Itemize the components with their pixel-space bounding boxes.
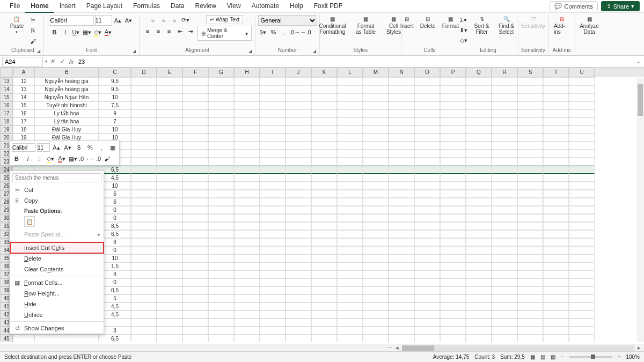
horizontal-scrollbar[interactable]: ⋯ ◂ ▸	[0, 344, 644, 351]
cell[interactable]	[569, 158, 595, 166]
cell[interactable]	[363, 93, 389, 101]
cell[interactable]: 12	[13, 77, 34, 85]
cell[interactable]	[440, 327, 466, 335]
cell[interactable]	[440, 109, 466, 117]
cell[interactable]	[260, 93, 286, 101]
col-header-I[interactable]: I	[260, 68, 286, 77]
cell[interactable]	[182, 311, 208, 319]
cell[interactable]	[389, 182, 414, 190]
cell[interactable]: 9,5	[99, 77, 131, 85]
cut-button[interactable]: ✂	[28, 15, 38, 25]
cell[interactable]	[208, 190, 234, 198]
cell[interactable]	[234, 262, 260, 270]
cell[interactable]	[543, 311, 569, 319]
comma-style-button[interactable]: ,	[280, 27, 289, 37]
cell[interactable]	[182, 294, 208, 302]
cell[interactable]	[389, 198, 414, 206]
cell[interactable]	[311, 174, 337, 182]
cell[interactable]	[286, 101, 311, 109]
cell[interactable]	[492, 85, 517, 93]
cell[interactable]	[157, 182, 182, 190]
cell[interactable]	[208, 198, 234, 206]
cell[interactable]	[363, 246, 389, 254]
cell[interactable]	[131, 117, 157, 125]
cell[interactable]	[389, 222, 414, 230]
col-header-N[interactable]: N	[389, 68, 414, 77]
cell[interactable]	[182, 214, 208, 222]
cell[interactable]	[311, 286, 337, 294]
cell[interactable]	[517, 142, 543, 150]
cell[interactable]	[569, 278, 595, 286]
cell[interactable]	[363, 222, 389, 230]
cell[interactable]	[260, 166, 286, 174]
cell[interactable]	[208, 142, 234, 150]
cell[interactable]	[234, 302, 260, 311]
mini-fill-color[interactable]: ◇▾	[46, 154, 55, 164]
cell[interactable]	[208, 158, 234, 166]
cell[interactable]	[440, 77, 466, 85]
cell[interactable]	[466, 101, 492, 109]
cell[interactable]	[337, 198, 363, 206]
font-size-select[interactable]	[95, 15, 112, 26]
context-search-input[interactable]	[12, 173, 101, 182]
cell[interactable]	[543, 230, 569, 238]
cell[interactable]	[466, 125, 492, 134]
cell[interactable]	[286, 262, 311, 270]
cell[interactable]	[569, 190, 595, 198]
cell[interactable]	[286, 198, 311, 206]
cell[interactable]	[414, 150, 440, 158]
cell[interactable]	[286, 142, 311, 150]
cell[interactable]	[208, 327, 234, 335]
cell[interactable]	[466, 230, 492, 238]
cell[interactable]	[389, 101, 414, 109]
view-normal-button[interactable]: ▦	[530, 354, 535, 360]
cell[interactable]	[543, 327, 569, 335]
cell[interactable]	[492, 158, 517, 166]
cell[interactable]	[157, 117, 182, 125]
cell[interactable]	[517, 101, 543, 109]
cell[interactable]	[440, 214, 466, 222]
cell[interactable]	[208, 93, 234, 101]
cell[interactable]	[131, 254, 157, 262]
col-header-K[interactable]: K	[311, 68, 337, 77]
mini-font-family[interactable]	[12, 143, 35, 152]
cell[interactable]	[286, 206, 311, 214]
cell[interactable]	[569, 302, 595, 311]
cell[interactable]	[414, 101, 440, 109]
cell[interactable]	[337, 134, 363, 142]
cell[interactable]	[389, 254, 414, 262]
cell[interactable]	[131, 302, 157, 311]
cell[interactable]	[337, 319, 363, 327]
cell[interactable]	[157, 262, 182, 270]
menu-tab-help[interactable]: Help	[284, 0, 309, 13]
align-bottom-button[interactable]: ≡	[170, 15, 179, 25]
cell[interactable]	[389, 286, 414, 294]
cell[interactable]	[286, 238, 311, 246]
col-header-T[interactable]: T	[543, 68, 569, 77]
cell[interactable]	[182, 246, 208, 254]
cell[interactable]	[492, 77, 517, 85]
cell[interactable]	[440, 319, 466, 327]
mini-borders[interactable]: ▦▾	[68, 154, 78, 164]
cell[interactable]	[260, 150, 286, 158]
cell[interactable]	[440, 335, 466, 342]
cell[interactable]	[517, 278, 543, 286]
cell[interactable]	[311, 150, 337, 158]
cell[interactable]	[182, 93, 208, 101]
cell[interactable]	[337, 142, 363, 150]
cell[interactable]	[208, 182, 234, 190]
cell[interactable]	[311, 101, 337, 109]
cell[interactable]	[363, 206, 389, 214]
cell[interactable]	[466, 270, 492, 278]
cell[interactable]: 7,5	[99, 101, 131, 109]
cell[interactable]	[466, 262, 492, 270]
cell[interactable]	[440, 246, 466, 254]
cell[interactable]	[440, 142, 466, 150]
col-header-F[interactable]: F	[182, 68, 208, 77]
cell[interactable]	[337, 311, 363, 319]
cell[interactable]	[517, 206, 543, 214]
borders-button[interactable]: ▦▾	[82, 27, 92, 37]
cell[interactable]	[286, 182, 311, 190]
cell[interactable]	[569, 150, 595, 158]
cell[interactable]	[414, 109, 440, 117]
